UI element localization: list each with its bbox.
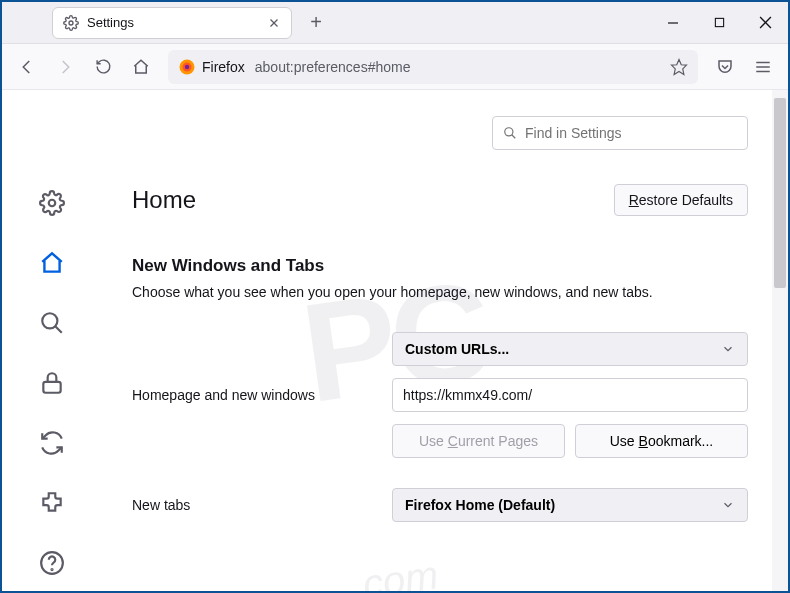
homepage-label: Homepage and new windows [132,387,392,403]
sidebar-help-icon[interactable] [39,550,65,576]
svg-point-14 [49,200,56,207]
svg-line-21 [512,135,516,139]
sidebar-privacy-icon[interactable] [39,370,65,396]
firefox-badge: Firefox [178,58,245,76]
svg-point-19 [51,569,52,570]
chevron-down-icon [721,498,735,512]
svg-point-0 [69,21,73,25]
section-description: Choose what you see when you open your h… [132,284,748,300]
url-text: about:preferences#home [255,59,411,75]
firefox-icon [178,58,196,76]
new-tab-button[interactable]: + [302,9,330,37]
sidebar-extensions-icon[interactable] [39,490,65,516]
reload-button[interactable] [86,50,120,84]
maximize-button[interactable] [696,2,742,44]
window-controls [650,2,788,44]
close-icon[interactable] [267,16,281,30]
use-bookmark-button[interactable]: Use Bookmark... [575,424,748,458]
minimize-button[interactable] [650,2,696,44]
svg-rect-4 [715,18,723,26]
sidebar-sync-icon[interactable] [39,430,65,456]
tab-title: Settings [87,15,259,30]
search-icon [503,126,517,140]
back-button[interactable] [10,50,44,84]
svg-point-9 [185,64,190,69]
gear-icon [63,15,79,31]
sidebar-search-icon[interactable] [39,310,65,336]
scrollbar-thumb[interactable] [774,98,786,288]
main-panel: Find in Settings Home Restore Defaults N… [102,90,788,593]
pocket-button[interactable] [708,50,742,84]
url-bar[interactable]: Firefox about:preferences#home [168,50,698,84]
restore-defaults-button[interactable]: Restore Defaults [614,184,748,216]
section-heading: New Windows and Tabs [132,256,748,276]
select-value: Custom URLs... [405,341,509,357]
newtabs-label: New tabs [132,497,392,513]
home-button[interactable] [124,50,158,84]
close-window-button[interactable] [742,2,788,44]
forward-button[interactable] [48,50,82,84]
content-area: PC .com Find in Settings Home Restore De… [2,90,788,593]
newtabs-select[interactable]: Firefox Home (Default) [392,488,748,522]
svg-point-15 [42,313,57,328]
sidebar-home-icon[interactable] [39,250,65,276]
search-placeholder: Find in Settings [525,125,622,141]
sidebar-general-icon[interactable] [39,190,65,216]
titlebar: Settings + [2,2,788,44]
svg-marker-10 [672,59,687,74]
svg-point-20 [505,128,513,136]
menu-button[interactable] [746,50,780,84]
use-current-pages-button[interactable]: Use Current Pages [392,424,565,458]
browser-tab[interactable]: Settings [52,7,292,39]
homepage-url-input[interactable] [392,378,748,412]
chevron-down-icon [721,342,735,356]
settings-search[interactable]: Find in Settings [492,116,748,150]
scrollbar[interactable] [772,90,788,593]
sidebar [2,90,102,593]
svg-rect-17 [43,382,60,393]
toolbar: Firefox about:preferences#home [2,44,788,90]
homepage-mode-select[interactable]: Custom URLs... [392,332,748,366]
url-prefix: Firefox [202,59,245,75]
bookmark-star-icon[interactable] [670,58,688,76]
page-title: Home [132,186,196,214]
select-value: Firefox Home (Default) [405,497,555,513]
svg-line-16 [55,326,62,333]
